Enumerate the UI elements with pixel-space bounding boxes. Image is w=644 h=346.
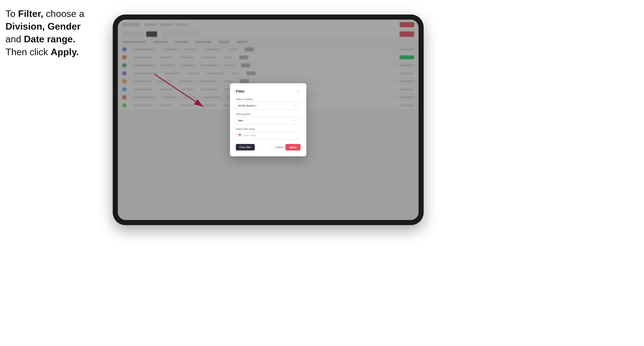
instruction-bold-apply: Apply. (51, 47, 79, 57)
footer-right: Cancel Apply (276, 144, 300, 151)
modal-header: Filter × (236, 89, 300, 93)
cancel-button[interactable]: Cancel (276, 146, 284, 149)
gender-field: Select gender Men × ⌃ (236, 113, 300, 124)
date-range-field: Select Date range 📅 Pick a date (236, 128, 300, 139)
apply-button[interactable]: Apply (286, 144, 300, 151)
modal-close-button[interactable]: × (296, 89, 300, 93)
instruction-block: To Filter, choose a Division, Gender and… (6, 7, 84, 58)
gender-label: Select gender (236, 113, 300, 115)
division-select-icons: × ⌃ (294, 104, 298, 107)
clear-filter-button[interactable]: Clear filter (236, 144, 255, 151)
instruction-bold-division-gender: Division, Gender (6, 21, 80, 32)
gender-select-icons: × ⌃ (294, 119, 298, 122)
instruction-bold-date: Date range. (24, 34, 75, 44)
instruction-bold-filter: Filter, (18, 8, 43, 19)
date-range-label: Select Date range (236, 128, 300, 130)
clear-division-icon[interactable]: × (294, 104, 295, 107)
date-placeholder: Pick a date (244, 134, 256, 137)
chevron-gender-icon: ⌃ (296, 119, 298, 122)
filter-modal: Filter × Select a division NCAA Division… (230, 83, 306, 156)
tablet-screen: Filter × Select a division NCAA Division… (118, 20, 418, 220)
tablet-frame: Filter × Select a division NCAA Division… (113, 14, 424, 225)
modal-footer: Clear filter Cancel Apply (236, 144, 300, 151)
division-select[interactable]: NCAA Division I × ⌃ (236, 102, 300, 109)
division-label: Select a division (236, 98, 300, 101)
gender-select-value: Men (238, 119, 243, 122)
division-field: Select a division NCAA Division I × ⌃ (236, 98, 300, 109)
modal-overlay: Filter × Select a division NCAA Division… (118, 20, 418, 220)
chevron-division-icon: ⌃ (296, 104, 298, 107)
modal-title: Filter (236, 89, 245, 93)
division-select-value: NCAA Division I (238, 104, 256, 107)
gender-select[interactable]: Men × ⌃ (236, 117, 300, 124)
calendar-icon: 📅 (238, 134, 242, 137)
clear-gender-icon[interactable]: × (294, 119, 295, 122)
date-range-input[interactable]: 📅 Pick a date (236, 132, 300, 139)
